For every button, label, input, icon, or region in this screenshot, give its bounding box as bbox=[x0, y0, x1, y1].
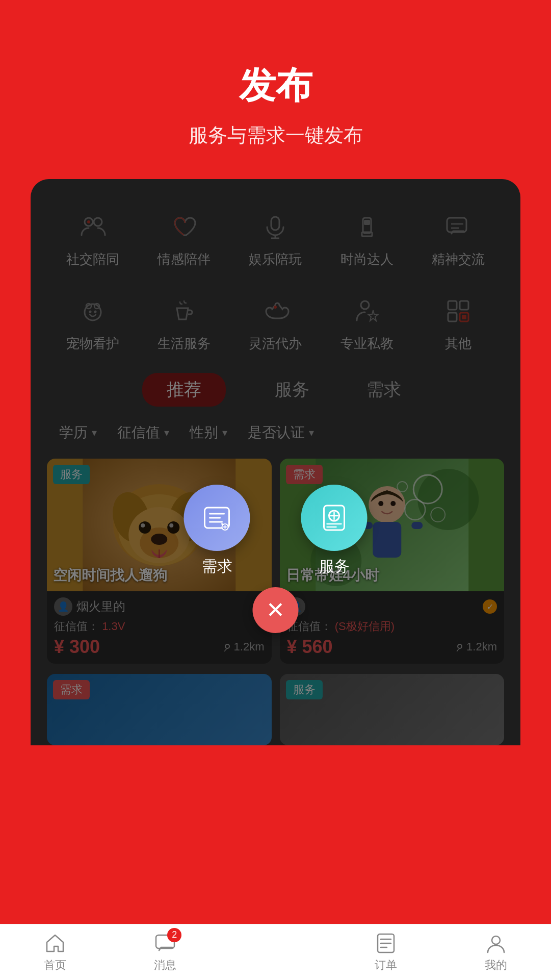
nav-orders[interactable]: 订单 bbox=[375, 932, 397, 973]
fab-service-item: 服务 bbox=[301, 485, 368, 577]
fab-demand-button[interactable] bbox=[184, 485, 250, 551]
close-fab-button[interactable]: ✕ bbox=[253, 587, 299, 633]
fab-service-label: 服务 bbox=[319, 556, 350, 577]
close-icon: ✕ bbox=[266, 599, 285, 621]
dim-overlay bbox=[31, 179, 520, 745]
fab-service-button[interactable] bbox=[301, 485, 368, 551]
nav-messages-label: 消息 bbox=[154, 958, 176, 973]
page-subtitle: 服务与需求一键发布 bbox=[20, 122, 531, 148]
nav-messages[interactable]: 2 消息 bbox=[154, 932, 176, 973]
header-area: 发布 服务与需求一键发布 bbox=[0, 0, 551, 179]
fab-demand-label: 需求 bbox=[202, 556, 232, 577]
nav-orders-label: 订单 bbox=[375, 958, 397, 973]
fab-demand-item: 需求 bbox=[184, 485, 250, 577]
chat-nav-icon: 2 bbox=[154, 932, 176, 954]
fab-overlay: 需求 服务 ✕ bbox=[31, 485, 520, 633]
nav-profile[interactable]: 我的 bbox=[485, 932, 507, 973]
home-icon bbox=[44, 932, 66, 954]
bottom-nav: 首页 2 消息 订单 bbox=[0, 924, 551, 980]
nav-publish-center[interactable] bbox=[264, 940, 286, 965]
messages-badge: 2 bbox=[167, 928, 181, 942]
page-title: 发布 bbox=[20, 61, 531, 110]
nav-home-label: 首页 bbox=[44, 958, 66, 973]
nav-home[interactable]: 首页 bbox=[44, 932, 66, 973]
fab-row: 需求 服务 bbox=[184, 485, 368, 577]
nav-profile-label: 我的 bbox=[485, 958, 507, 973]
publish-center-icon bbox=[264, 940, 286, 962]
svg-point-72 bbox=[492, 936, 500, 944]
user-nav-icon bbox=[485, 932, 507, 954]
order-icon bbox=[375, 932, 397, 954]
main-card: 社交陪同 情感陪伴 娱乐陪玩 bbox=[31, 179, 520, 745]
